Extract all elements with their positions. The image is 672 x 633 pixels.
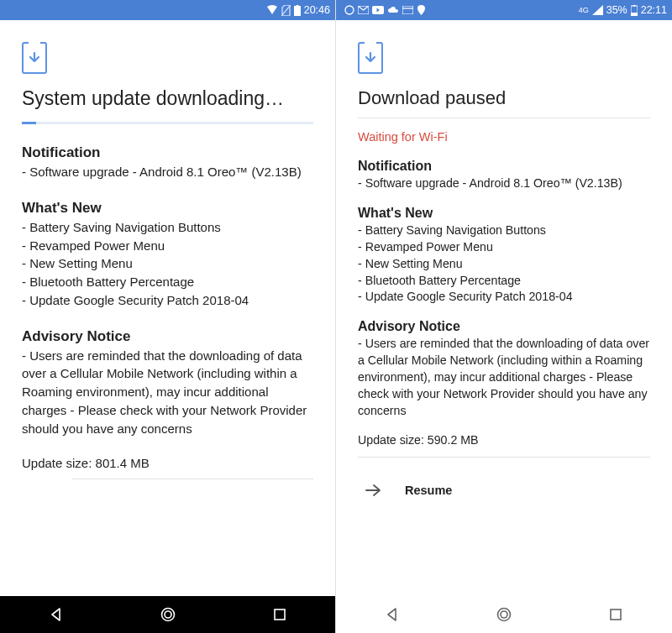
home-button[interactable]: [487, 606, 521, 623]
list-item: - New Setting Menu: [22, 254, 313, 273]
battery-icon: [631, 5, 638, 16]
divider: [358, 457, 650, 458]
resume-label: Resume: [405, 484, 452, 497]
svg-point-6: [345, 6, 354, 14]
back-button[interactable]: [375, 607, 409, 622]
notification-text: - Software upgrade - Android 8.1 Oreo™ (…: [358, 175, 650, 192]
list-item: - New Setting Menu: [358, 256, 650, 273]
nav-bar-right: [336, 596, 672, 633]
update-size: Update size: 590.2 MB: [358, 433, 650, 447]
status-bar-right: 4G 35% 22:11: [336, 0, 672, 20]
system-update-icon: [358, 42, 383, 74]
update-size: Update size: 801.4 MB: [22, 456, 313, 470]
status-time: 20:46: [304, 4, 330, 16]
page-title: Download paused: [358, 87, 650, 109]
battery-icon: [294, 5, 301, 16]
arrow-right-icon: [365, 481, 381, 500]
notification-heading: Notification: [358, 159, 650, 174]
svg-rect-2: [296, 5, 298, 7]
notification-section: Notification - Software upgrade - Androi…: [22, 144, 313, 181]
advisory-heading: Advisory Notice: [22, 328, 313, 345]
wifi-icon: [266, 5, 278, 15]
divider: [358, 118, 650, 118]
notification-icon: [344, 5, 354, 15]
youtube-icon: [372, 6, 384, 14]
content-left: System update downloading… Notification …: [0, 20, 335, 596]
svg-rect-13: [633, 5, 635, 7]
resume-button[interactable]: Resume: [358, 469, 650, 500]
list-item: - Revamped Power Menu: [358, 239, 650, 256]
notification-section: Notification - Software upgrade - Androi…: [358, 159, 650, 192]
cloud-icon: [387, 6, 399, 14]
advisory-text: - Users are reminded that the downloadin…: [358, 336, 650, 419]
system-update-icon: [22, 42, 47, 74]
svg-rect-5: [275, 609, 285, 620]
whatsnew-heading: What's New: [358, 206, 650, 221]
status-bar-left: 20:46: [0, 0, 335, 20]
whatsnew-section: What's New - Battery Saving Navigation B…: [22, 200, 313, 310]
list-item: - Bluetooth Battery Percentage: [22, 273, 313, 291]
back-button[interactable]: [39, 607, 73, 622]
nav-bar-left: [0, 596, 335, 633]
advisory-heading: Advisory Notice: [358, 319, 650, 334]
maps-icon: [417, 5, 426, 15]
list-item: - Battery Saving Navigation Buttons: [22, 218, 313, 237]
recents-button[interactable]: [263, 608, 297, 621]
page-title: System update downloading…: [22, 87, 313, 110]
notification-heading: Notification: [22, 144, 313, 161]
phone-left: 20:46 System update downloading… Notific…: [0, 0, 336, 633]
download-progress: [22, 122, 313, 124]
svg-rect-16: [611, 609, 621, 620]
progress-fill: [22, 122, 36, 124]
signal-icon: [592, 5, 603, 15]
list-item: - Update Google Security Patch 2018-04: [358, 289, 650, 306]
home-button[interactable]: [151, 606, 185, 623]
whatsnew-section: What's New - Battery Saving Navigation B…: [358, 206, 650, 306]
svg-point-3: [161, 609, 174, 621]
signal-type: 4G: [579, 7, 589, 14]
notification-text: - Software upgrade - Android 8.1 Oreo™ (…: [22, 163, 313, 181]
advisory-section: Advisory Notice - Users are reminded tha…: [22, 328, 313, 438]
status-time: 22:11: [641, 4, 667, 16]
whatsnew-heading: What's New: [22, 200, 313, 217]
no-sim-icon: [281, 5, 291, 16]
svg-rect-12: [631, 13, 638, 16]
svg-rect-1: [294, 6, 301, 16]
gmail-icon: [358, 6, 369, 14]
card-icon: [402, 6, 413, 14]
content-right: Download paused Waiting for Wi-Fi Notifi…: [336, 20, 672, 596]
advisory-text: - Users are reminded that the downloadin…: [22, 347, 313, 438]
list-item: - Battery Saving Navigation Buttons: [358, 222, 650, 239]
svg-rect-9: [402, 6, 413, 14]
svg-point-4: [165, 611, 171, 618]
divider: [72, 479, 313, 479]
advisory-section: Advisory Notice - Users are reminded tha…: [358, 319, 650, 419]
svg-point-15: [501, 611, 507, 618]
recents-button[interactable]: [599, 608, 633, 621]
phone-right: 4G 35% 22:11 Download paused Waiting for…: [336, 0, 672, 633]
list-item: - Bluetooth Battery Percentage: [358, 273, 650, 290]
svg-point-14: [497, 609, 510, 621]
wait-message: Waiting for Wi-Fi: [358, 130, 650, 144]
battery-percent: 35%: [606, 4, 627, 16]
list-item: - Update Google Security Patch 2018-04: [22, 291, 313, 310]
list-item: - Revamped Power Menu: [22, 237, 313, 255]
